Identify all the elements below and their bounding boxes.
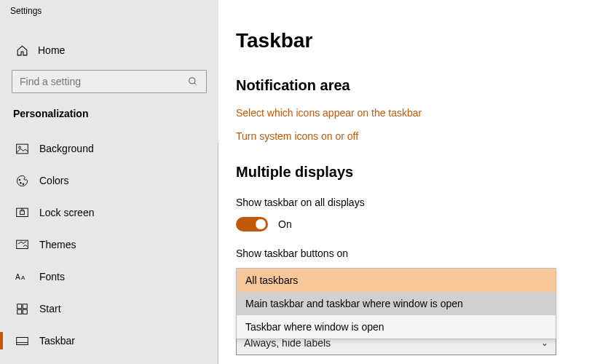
sidebar-item-label: Fonts — [39, 271, 65, 282]
sidebar-nav: Background Colors — [0, 132, 218, 357]
settings-window: Settings Home — [0, 0, 600, 364]
sidebar-home-label: Home — [38, 44, 65, 56]
link-select-icons[interactable]: Select which icons appear on the taskbar — [236, 107, 583, 119]
sidebar-item-label: Lock screen — [39, 207, 94, 218]
sidebar-category: Personalization — [0, 103, 218, 132]
dropdown-option-where-open[interactable]: Taskbar where window is open — [237, 315, 556, 339]
sidebar-home[interactable]: Home — [0, 36, 218, 64]
label-show-taskbar-all: Show taskbar on all displays — [236, 197, 583, 208]
svg-point-4 — [19, 179, 20, 181]
sidebar-item-label: Themes — [39, 239, 76, 250]
search-input[interactable] — [20, 76, 187, 87]
sidebar-item-label: Colors — [39, 175, 68, 186]
svg-rect-16 — [16, 337, 28, 344]
sidebar-item-start[interactable]: Start — [0, 293, 218, 325]
dropdown-listbox: All taskbars Main taskbar and taskbar wh… — [236, 268, 556, 339]
start-icon — [15, 304, 29, 314]
sidebar-item-label: Taskbar — [39, 335, 75, 347]
svg-rect-2 — [16, 144, 28, 154]
svg-rect-13 — [23, 304, 27, 308]
show-buttons-on-dropdown[interactable]: All taskbars Main taskbar and taskbar wh… — [236, 268, 556, 339]
lockscreen-icon — [15, 207, 29, 218]
fonts-icon: A A — [15, 272, 29, 282]
svg-rect-14 — [17, 309, 21, 314]
svg-point-0 — [189, 78, 195, 84]
svg-point-3 — [18, 146, 20, 148]
section-notification-area: Notification area — [236, 77, 583, 94]
toggle-state-text: On — [278, 218, 292, 230]
svg-line-1 — [194, 83, 197, 85]
label-show-buttons-on: Show taskbar buttons on — [236, 248, 583, 259]
svg-rect-12 — [17, 304, 21, 308]
window-title: Settings — [0, 0, 218, 16]
main-panel: Taskbar Notification area Select which i… — [218, 0, 600, 364]
svg-rect-7 — [16, 208, 28, 216]
sidebar-item-themes[interactable]: Themes — [0, 229, 218, 261]
sidebar-item-colors[interactable]: Colors — [0, 165, 218, 197]
svg-point-5 — [20, 182, 21, 183]
toggle-knob — [256, 219, 266, 229]
chevron-down-icon: ⌄ — [541, 338, 548, 348]
search-input-wrap[interactable] — [12, 70, 207, 93]
search-icon — [187, 76, 199, 87]
palette-icon — [15, 175, 29, 187]
dropdown-option-all-taskbars[interactable]: All taskbars — [237, 269, 556, 292]
themes-icon — [15, 240, 29, 250]
page-title: Taskbar — [236, 29, 583, 52]
sidebar-item-fonts[interactable]: A A Fonts — [0, 261, 218, 293]
svg-rect-15 — [23, 309, 27, 314]
dropdown-option-main-and-open[interactable]: Main taskbar and taskbar where window is… — [237, 292, 556, 315]
sidebar: Settings Home — [0, 0, 218, 364]
svg-rect-8 — [20, 210, 24, 214]
section-multiple-displays: Multiple displays — [236, 164, 583, 181]
home-icon — [15, 44, 29, 57]
svg-text:A: A — [15, 273, 20, 281]
svg-point-6 — [23, 183, 24, 184]
sidebar-item-label: Start — [39, 303, 61, 314]
sidebar-item-background[interactable]: Background — [0, 132, 218, 165]
toggle-show-taskbar-all[interactable] — [236, 217, 268, 232]
svg-text:A: A — [21, 274, 25, 281]
taskbar-icon — [15, 336, 29, 346]
sidebar-item-taskbar[interactable]: Taskbar — [0, 325, 218, 357]
sidebar-item-label: Background — [39, 143, 94, 154]
sidebar-item-lockscreen[interactable]: Lock screen — [0, 197, 218, 229]
picture-icon — [15, 143, 29, 154]
link-system-icons[interactable]: Turn system icons on or off — [236, 130, 583, 142]
